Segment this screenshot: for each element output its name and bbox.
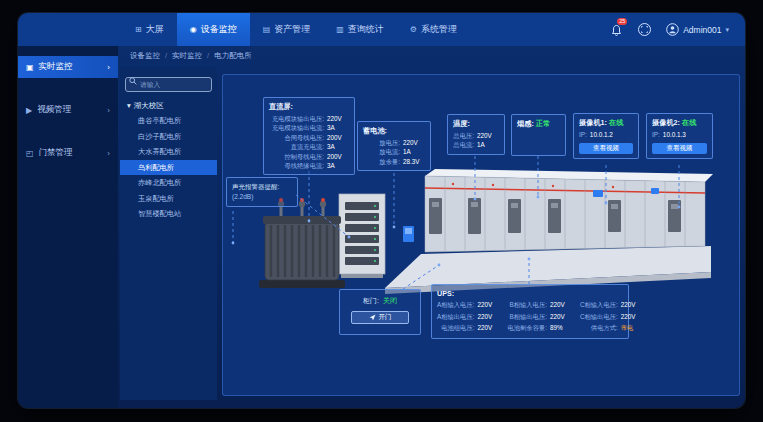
temperature-panel: 温度: 总电压:220V 总电流:1A	[447, 114, 505, 155]
row-label: A相输出电压:	[437, 312, 474, 323]
chevron-right-icon: ›	[107, 149, 110, 158]
breadcrumb-item[interactable]: 设备监控	[130, 51, 160, 61]
fullscreen-icon	[641, 26, 648, 33]
ip-value: 10.0.1.3	[663, 130, 686, 140]
camera2-panel: 摄像机2: 在线 IP:10.0.1.3 查看视频	[646, 113, 713, 159]
row-value: 220V	[550, 300, 572, 311]
view-video-button[interactable]: 查看视频	[652, 143, 707, 154]
door-status: 关闭	[383, 296, 397, 306]
tree-item-station[interactable]: 曲谷亭配电所	[120, 113, 217, 129]
sound-light-alarm-panel: 声光报警器提醒: (2.2dB)	[226, 177, 298, 207]
tab-label: 大屏	[146, 23, 164, 36]
tree-item-station-selected[interactable]: 乌利配电所	[120, 160, 217, 176]
row-value: 1A	[477, 140, 499, 149]
tree-item-station[interactable]: 智慧楼配电站	[120, 206, 217, 222]
tab-label: 资产管理	[274, 23, 310, 36]
username: Admin001	[683, 25, 721, 35]
row-value: 220V	[550, 312, 572, 323]
sidebar-item-realtime-monitor[interactable]: ▣ 实时监控 ›	[18, 56, 118, 78]
sidebar: ▣ 实时监控 › ▶ 视频管理 › ◰ 门禁管理 ›	[18, 46, 118, 408]
sidebar-item-label: 门禁管理	[39, 147, 73, 159]
row-value: 3A	[327, 142, 349, 151]
camera1-status: 在线	[609, 118, 623, 127]
panel-title: 温度:	[453, 119, 499, 129]
row-value: 220V	[477, 300, 499, 311]
chevron-right-icon: ›	[107, 63, 110, 72]
row-label: 充电模块输出电流:	[269, 123, 324, 132]
row-value: 3A	[327, 161, 349, 170]
asset-icon: ▤	[263, 25, 271, 34]
tree-item-station[interactable]: 赤峰北配电所	[120, 175, 217, 191]
tree-item-station[interactable]: 大水弄配电所	[120, 144, 217, 160]
app-window: ⊞ 大屏 ◉ 设备监控 ▤ 资产管理 ▥ 查询统计 ⚙ 系统管理	[18, 13, 745, 408]
monitor-grid-icon: ▣	[26, 63, 34, 72]
tree-item-station[interactable]: 白沙子配电所	[120, 129, 217, 145]
panel-title: 烟感:	[517, 119, 534, 128]
breadcrumb-separator: /	[165, 51, 167, 61]
row-value: 3A	[327, 123, 349, 132]
smoke-status: 正常	[536, 119, 550, 128]
row-label: 电池剩余容量:	[507, 323, 547, 334]
row-label: A相输入电压:	[437, 300, 474, 311]
tab-asset-mgmt[interactable]: ▤ 资产管理	[250, 13, 324, 46]
row-label: 控制母线电压:	[269, 152, 324, 161]
panel-title: 蓄电池:	[363, 126, 425, 136]
open-door-button[interactable]: 开门	[351, 311, 409, 324]
open-door-label: 开门	[379, 313, 392, 322]
row-label: C相输出电压:	[580, 312, 618, 323]
monitor-panel: 直流屏: 充电模块输出电压:220V 充电模块输出电流:3A 合闸母线电压:20…	[222, 74, 740, 396]
row-value: 220V	[477, 323, 499, 334]
row-label: 电池组电压:	[437, 323, 474, 334]
alarm-title: 声光报警器提醒:	[232, 182, 292, 192]
row-value: 200V	[327, 152, 349, 161]
view-video-button[interactable]: 查看视频	[579, 143, 633, 154]
panel-title: UPS:	[437, 289, 623, 298]
ip-value: 10.0.1.2	[590, 130, 613, 140]
row-value: 1A	[403, 147, 425, 156]
search-icon	[129, 77, 137, 85]
breadcrumb-item[interactable]: 实时监控	[172, 51, 202, 61]
send-icon	[369, 314, 376, 321]
row-label: 放电压:	[363, 138, 400, 147]
sidebar-item-video-mgmt[interactable]: ▶ 视频管理 ›	[18, 99, 118, 121]
row-label: 总电压:	[453, 131, 474, 140]
panel-title: 摄像机2:	[652, 118, 680, 127]
user-menu[interactable]: Admin001 ▾	[666, 23, 729, 36]
tree-root-label: 湖大校区	[134, 101, 164, 111]
panel-title-row: 烟感: 正常	[517, 119, 560, 129]
notification-badge: 25	[617, 18, 627, 25]
bell-icon	[610, 24, 623, 37]
notifications-button[interactable]: 25	[610, 23, 623, 36]
tab-system-mgmt[interactable]: ⚙ 系统管理	[397, 13, 470, 46]
row-label: 供电方式:	[580, 323, 618, 334]
row-value: 89%	[550, 323, 572, 334]
dc-screen-panel: 直流屏: 充电模块输出电压:220V 充电模块输出电流:3A 合闸母线电压:20…	[263, 97, 355, 175]
tab-label: 查询统计	[348, 23, 384, 36]
screen-icon: ⊞	[135, 25, 142, 34]
sidebar-item-label: 实时监控	[39, 61, 73, 73]
panel-title: 直流屏:	[269, 102, 349, 112]
tab-query-stats[interactable]: ▥ 查询统计	[323, 13, 397, 46]
caret-down-icon: ▾	[127, 101, 131, 110]
tree-search	[125, 73, 212, 92]
tab-device-monitor[interactable]: ◉ 设备监控	[177, 13, 250, 46]
search-input[interactable]	[125, 77, 212, 92]
battery-panel: 蓄电池: 放电压:220V 放电流:1A 放余量:28.3V	[357, 121, 431, 171]
avatar-icon	[666, 23, 679, 36]
tree-item-station[interactable]: 玉泉配电所	[120, 191, 217, 207]
fullscreen-button[interactable]	[638, 23, 651, 36]
ups-panel: UPS: A相输入电压:220V B相输入电压:220V C相输入电压:220V…	[431, 284, 629, 339]
tab-dashboard[interactable]: ⊞ 大屏	[122, 13, 177, 46]
equipment-scene	[253, 160, 718, 300]
sidebar-item-label: 视频管理	[37, 104, 71, 116]
system-icon: ⚙	[410, 25, 417, 34]
station-tree-panel: ▾ 湖大校区 曲谷亭配电所 白沙子配电所 大水弄配电所 乌利配电所 赤峰北配电所…	[120, 67, 217, 400]
tree-root-campus[interactable]: ▾ 湖大校区	[120, 98, 217, 113]
breadcrumb-item[interactable]: 电力配电所	[214, 51, 252, 61]
door-status-row: 柜门: 关闭	[345, 296, 415, 306]
sidebar-item-access-mgmt[interactable]: ◰ 门禁管理 ›	[18, 142, 118, 164]
row-value: 220V	[477, 131, 499, 140]
tab-label: 系统管理	[421, 23, 457, 36]
video-icon: ▶	[26, 106, 32, 115]
row-label: 合闸母线电压:	[269, 133, 324, 142]
